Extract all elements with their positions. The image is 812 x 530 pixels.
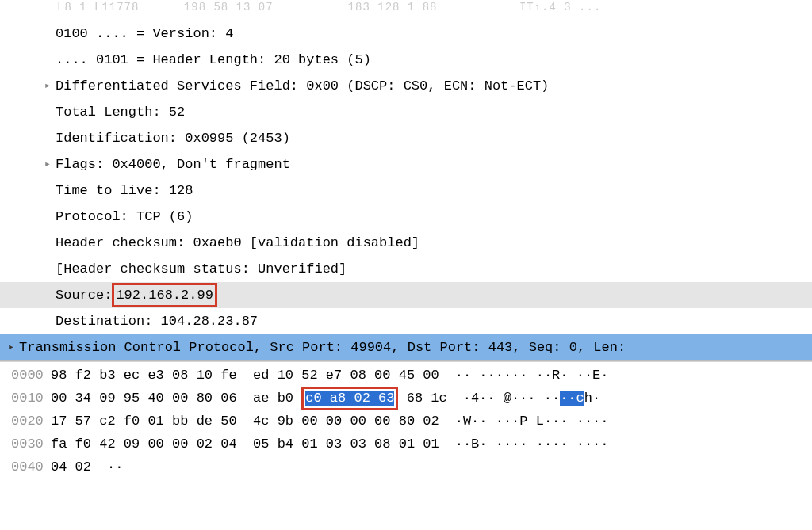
hex-bytes: fa f0 42 09 00 00 02 04 05 b4 01 03 03 0…: [51, 433, 439, 456]
expander-blank: ▸: [40, 99, 56, 125]
hex-offset: 0000: [0, 364, 51, 387]
expander-blank: ▸: [40, 204, 56, 230]
hex-row[interactable]: 0010 00 34 09 95 40 00 80 06 ae b0 c0 a8…: [0, 387, 812, 410]
expander-blank: ▸: [40, 47, 56, 73]
hex-row[interactable]: 0040 04 02 ··: [0, 456, 812, 479]
field-text: Time to live: 128: [56, 177, 193, 204]
field-text: Destination: 104.28.23.87: [56, 308, 258, 334]
hex-bytes: 04 02: [51, 456, 91, 479]
source-label: Source:: [56, 282, 112, 308]
expander-blank: ▸: [40, 282, 56, 308]
field-protocol[interactable]: ▸ Protocol: TCP (6): [0, 204, 812, 230]
field-text: Total Length: 52: [56, 99, 185, 125]
hex-ascii: ·· ······ ··R· ··E·: [439, 364, 609, 387]
hex-offset: 0020: [0, 410, 51, 433]
expander-blank: ▸: [40, 256, 56, 282]
hex-offset: 0040: [0, 456, 51, 479]
field-text: Flags: 0x4000, Don't fragment: [56, 151, 290, 177]
expander-blank: ▸: [40, 308, 56, 334]
expander-icon[interactable]: ▸: [40, 151, 56, 177]
hex-offset: 0010: [0, 387, 51, 410]
hex-ascii: ··: [91, 456, 123, 479]
field-text: .... 0101 = Header Length: 20 bytes (5): [56, 47, 371, 73]
field-text: [Header checksum status: Unverified]: [56, 256, 347, 282]
field-source-address[interactable]: ▸ Source: 192.168.2.99: [0, 282, 812, 308]
hex-bytes: 98 f2 b3 ec e3 08 10 fe ed 10 52 e7 08 0…: [51, 364, 439, 387]
expander-blank: ▸: [40, 230, 56, 256]
field-destination-address[interactable]: ▸ Destination: 104.28.23.87: [0, 308, 812, 334]
packet-list-faded-row: L8 1 L11778 198 58 13 07 183 128 1 88 IT…: [0, 0, 812, 17]
field-version[interactable]: ▸ 0100 .... = Version: 4: [0, 21, 812, 47]
field-total-length[interactable]: ▸ Total Length: 52: [0, 99, 812, 125]
field-text: Differentiated Services Field: 0x00 (DSC…: [56, 73, 549, 99]
hex-row[interactable]: 0000 98 f2 b3 ec e3 08 10 fe ed 10 52 e7…: [0, 364, 812, 387]
field-flags[interactable]: ▸ Flags: 0x4000, Don't fragment: [0, 151, 812, 177]
field-header-checksum[interactable]: ▸ Header checksum: 0xaeb0 [validation di…: [0, 230, 812, 256]
expander-icon[interactable]: ▸: [3, 334, 19, 360]
source-ip-value: 192.168.2.99: [116, 288, 213, 303]
hex-row[interactable]: 0020 17 57 c2 f0 01 bb de 50 4c 9b 00 00…: [0, 410, 812, 433]
field-text: Protocol: TCP (6): [56, 204, 193, 230]
expander-icon[interactable]: ▸: [40, 73, 56, 99]
field-checksum-status[interactable]: ▸ [Header checksum status: Unverified]: [0, 256, 812, 282]
field-text: Transmission Control Protocol, Src Port:…: [19, 334, 626, 360]
protocol-tcp-header[interactable]: ▸ Transmission Control Protocol, Src Por…: [0, 334, 812, 360]
hex-ascii: ··B· ···· ···· ····: [439, 433, 609, 456]
packet-bytes-pane[interactable]: 0000 98 f2 b3 ec e3 08 10 fe ed 10 52 e7…: [0, 362, 812, 479]
expander-blank: ▸: [40, 125, 56, 151]
field-header-length[interactable]: ▸ .... 0101 = Header Length: 20 bytes (5…: [0, 47, 812, 73]
hex-ascii: ·W·· ···P L··· ····: [439, 410, 609, 433]
wireshark-packet-view: L8 1 L11778 198 58 13 07 183 128 1 88 IT…: [0, 0, 812, 530]
packet-details-pane[interactable]: ▸ 0100 .... = Version: 4 ▸ .... 0101 = H…: [0, 17, 812, 360]
field-dsf[interactable]: ▸ Differentiated Services Field: 0x00 (D…: [0, 73, 812, 99]
field-ttl[interactable]: ▸ Time to live: 128: [0, 177, 812, 204]
hex-bytes: 17 57 c2 f0 01 bb de 50 4c 9b 00 00 00 0…: [51, 410, 439, 433]
source-ip-highlight: 192.168.2.99: [112, 283, 216, 307]
field-text: Header checksum: 0xaeb0 [validation disa…: [56, 230, 419, 256]
source-bytes-highlight: c0 a8 02 63: [301, 387, 398, 410]
expander-blank: ▸: [40, 177, 56, 204]
hex-ascii: ·4·· @··· ····ch·: [447, 387, 600, 410]
field-text: 0100 .... = Version: 4: [56, 21, 233, 47]
field-text: Identification: 0x0995 (2453): [56, 125, 290, 151]
hex-bytes: 00 34 09 95 40 00 80 06 ae b0 c0 a8 02 6…: [51, 387, 447, 410]
expander-blank: ▸: [40, 21, 56, 47]
hex-offset: 0030: [0, 433, 51, 456]
hex-row[interactable]: 0030 fa f0 42 09 00 00 02 04 05 b4 01 03…: [0, 433, 812, 456]
field-identification[interactable]: ▸ Identification: 0x0995 (2453): [0, 125, 812, 151]
